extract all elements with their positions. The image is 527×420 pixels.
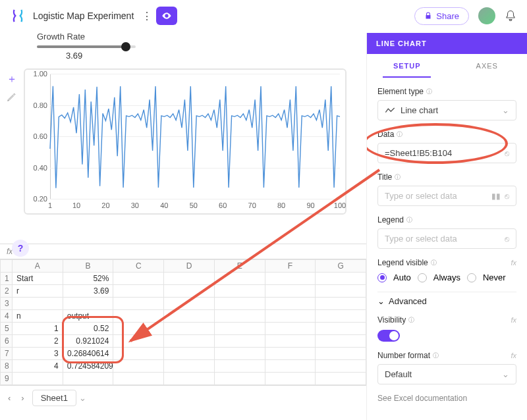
cell[interactable]	[113, 373, 164, 385]
cell[interactable]: 3.69	[63, 285, 113, 298]
tab-axes[interactable]: AXES	[447, 54, 528, 78]
number-format-select[interactable]: Default ⌄	[377, 364, 516, 384]
row-header[interactable]: 9	[1, 373, 13, 385]
cell[interactable]	[13, 298, 63, 310]
cell[interactable]	[214, 298, 265, 310]
help-icon[interactable]: ⓘ	[408, 316, 414, 325]
cell[interactable]: 0.26840614	[63, 348, 113, 360]
cell[interactable]	[164, 323, 215, 335]
radio-auto[interactable]	[377, 273, 387, 282]
cell[interactable]: n	[13, 310, 63, 323]
cell[interactable]	[214, 373, 265, 385]
table-row[interactable]: 510.52	[1, 323, 366, 335]
excel-doc-link[interactable]: See Excel documentation	[377, 394, 516, 403]
cell[interactable]: r	[13, 285, 63, 298]
bell-icon[interactable]	[505, 10, 516, 22]
share-button[interactable]: Share	[414, 7, 469, 25]
fx-hint[interactable]: fx	[511, 316, 516, 324]
add-element-icon[interactable]: ＋	[7, 72, 17, 86]
col-header[interactable]: A	[13, 260, 63, 273]
unlink-icon[interactable]: ⎋	[505, 192, 509, 201]
sheet-next-icon[interactable]: ›	[18, 392, 26, 404]
cell[interactable]: output	[63, 310, 113, 323]
cell[interactable]: 2	[13, 335, 63, 348]
table-row[interactable]: 4noutput	[1, 310, 366, 323]
cell[interactable]	[113, 273, 164, 285]
document-title[interactable]: Logistic Map Experiment	[33, 11, 134, 21]
cell[interactable]	[113, 360, 164, 373]
line-chart[interactable]: 0.200.400.600.801.0011020304050607080901…	[24, 68, 347, 215]
col-header[interactable]: F	[265, 260, 316, 273]
radio-never[interactable]	[467, 273, 476, 282]
col-header[interactable]: D	[164, 260, 215, 273]
cell[interactable]	[214, 285, 265, 298]
cell[interactable]	[214, 323, 265, 335]
unlink-icon[interactable]: ⎋	[505, 234, 509, 244]
col-header[interactable]: E	[214, 260, 265, 273]
cell[interactable]: 1	[13, 323, 63, 335]
cell[interactable]	[63, 373, 113, 385]
cell[interactable]	[265, 348, 316, 360]
help-icon[interactable]: ⓘ	[433, 352, 439, 360]
table-row[interactable]: 9	[1, 373, 366, 385]
col-header[interactable]: C	[113, 260, 164, 273]
help-icon[interactable]: ⓘ	[397, 130, 402, 139]
cell[interactable]	[113, 348, 164, 360]
advanced-toggle[interactable]: ⌄ Advanced	[377, 292, 516, 306]
fx-hint[interactable]: fx	[511, 352, 516, 359]
tab-setup[interactable]: SETUP	[367, 54, 447, 78]
cell[interactable]	[164, 373, 215, 385]
cell[interactable]	[316, 323, 366, 335]
table-row[interactable]: 730.26840614	[1, 348, 366, 360]
row-header[interactable]: 6	[1, 335, 13, 348]
edit-icon[interactable]	[7, 93, 17, 105]
cell[interactable]	[13, 373, 63, 385]
radio-always[interactable]	[418, 273, 427, 282]
row-header[interactable]: 4	[1, 310, 13, 323]
cell[interactable]	[265, 273, 316, 285]
table-row[interactable]: 840.724584209	[1, 360, 366, 373]
cell[interactable]	[316, 285, 366, 298]
cell[interactable]	[214, 348, 265, 360]
row-header[interactable]: 2	[1, 285, 13, 298]
avatar[interactable]	[478, 7, 495, 24]
cell[interactable]	[214, 310, 265, 323]
col-header[interactable]: G	[316, 260, 366, 273]
row-header[interactable]: 1	[1, 273, 13, 285]
visibility-toggle[interactable]	[377, 330, 400, 342]
cell[interactable]	[164, 310, 215, 323]
help-button[interactable]: ?	[12, 240, 29, 257]
cell[interactable]: 3	[13, 348, 63, 360]
cell[interactable]: Start	[13, 273, 63, 285]
preview-button[interactable]	[156, 7, 177, 25]
cell[interactable]	[113, 323, 164, 335]
slider-thumb[interactable]	[121, 42, 130, 51]
data-input[interactable]: =Sheet1!B5:B104 ⎋	[377, 143, 516, 163]
help-icon[interactable]: ⓘ	[395, 173, 401, 182]
sheet-tab-chevron-icon[interactable]: ⌄	[79, 393, 86, 403]
col-header[interactable]: B	[63, 260, 113, 273]
row-header[interactable]: 8	[1, 360, 13, 373]
help-icon[interactable]: ⓘ	[406, 216, 412, 224]
cell[interactable]	[113, 335, 164, 348]
help-icon[interactable]: ⓘ	[431, 259, 437, 267]
cell[interactable]	[265, 285, 316, 298]
cell[interactable]: 4	[13, 360, 63, 373]
sheet-tab[interactable]: Sheet1	[32, 390, 76, 406]
cell[interactable]	[316, 348, 366, 360]
cell[interactable]	[164, 273, 215, 285]
fx-hint[interactable]: fx	[511, 259, 516, 267]
table-row[interactable]: 1Start52%	[1, 273, 366, 285]
cell[interactable]: 52%	[63, 273, 113, 285]
cell[interactable]	[265, 373, 316, 385]
cell[interactable]	[265, 360, 316, 373]
cell[interactable]	[316, 310, 366, 323]
cell[interactable]	[164, 285, 215, 298]
cell[interactable]	[316, 360, 366, 373]
row-header[interactable]: 7	[1, 348, 13, 360]
element-type-select[interactable]: Line chart ⌄	[377, 100, 516, 120]
cell[interactable]	[164, 348, 215, 360]
cell[interactable]: 0.921024	[63, 335, 113, 348]
title-input[interactable]: Type or select data ▮▮ ⎋	[377, 186, 516, 206]
data-picker-icon[interactable]: ▮▮	[491, 192, 501, 201]
